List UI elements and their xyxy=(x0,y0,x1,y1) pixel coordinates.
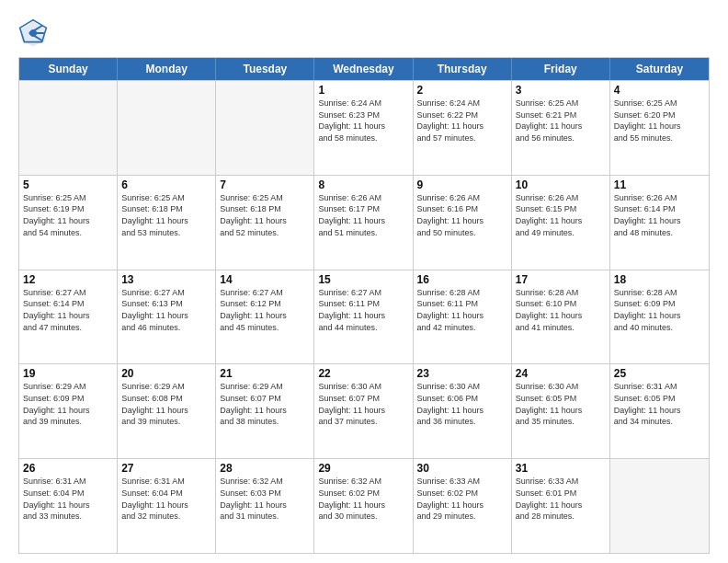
cell-text-line: Daylight: 11 hours xyxy=(516,311,606,322)
day-cell-22: 22Sunrise: 6:30 AMSunset: 6:07 PMDayligh… xyxy=(314,364,413,458)
day-cell-26: 26Sunrise: 6:31 AMSunset: 6:04 PMDayligh… xyxy=(19,459,118,553)
cell-text-line: and 37 minutes. xyxy=(318,417,408,428)
day-cell-27: 27Sunrise: 6:31 AMSunset: 6:04 PMDayligh… xyxy=(118,459,216,553)
cell-text-line: Daylight: 11 hours xyxy=(220,406,310,417)
cell-text-line: Sunrise: 6:30 AM xyxy=(516,382,606,393)
cell-text-line: and 49 minutes. xyxy=(516,228,606,239)
cell-text-line: Sunrise: 6:30 AM xyxy=(417,382,507,393)
cell-text-line: Sunset: 6:18 PM xyxy=(121,204,211,215)
day-cell-21: 21Sunrise: 6:29 AMSunset: 6:07 PMDayligh… xyxy=(216,364,314,458)
cell-text-line: Sunset: 6:23 PM xyxy=(318,110,408,121)
cell-text-line: and 28 minutes. xyxy=(516,511,606,523)
day-number: 25 xyxy=(614,367,705,380)
day-cell-5: 5Sunrise: 6:25 AMSunset: 6:19 PMDaylight… xyxy=(19,176,118,270)
cell-text-line: Sunrise: 6:25 AM xyxy=(516,98,606,109)
day-number: 9 xyxy=(417,178,507,191)
cell-text-line: Sunrise: 6:24 AM xyxy=(417,98,507,109)
cell-text-line: and 50 minutes. xyxy=(417,228,507,239)
cell-text-line: Sunrise: 6:33 AM xyxy=(417,477,507,488)
cell-text-line: Daylight: 11 hours xyxy=(318,500,408,511)
day-cell-1: 1Sunrise: 6:24 AMSunset: 6:23 PMDaylight… xyxy=(314,81,413,175)
cell-text-line: Sunrise: 6:25 AM xyxy=(23,193,113,204)
day-cell-24: 24Sunrise: 6:30 AMSunset: 6:05 PMDayligh… xyxy=(512,364,610,458)
cell-text-line: and 45 minutes. xyxy=(220,323,310,334)
cell-text-line: Sunset: 6:16 PM xyxy=(417,204,507,215)
day-cell-25: 25Sunrise: 6:31 AMSunset: 6:05 PMDayligh… xyxy=(610,364,709,458)
cell-text-line: Sunrise: 6:25 AM xyxy=(220,193,310,204)
cell-text-line: and 35 minutes. xyxy=(516,417,606,428)
cell-text-line: Sunset: 6:08 PM xyxy=(121,394,211,405)
cell-text-line: Daylight: 11 hours xyxy=(614,311,705,322)
day-cell-10: 10Sunrise: 6:26 AMSunset: 6:15 PMDayligh… xyxy=(512,176,610,270)
cell-text-line: Daylight: 11 hours xyxy=(417,216,507,227)
day-cell-18: 18Sunrise: 6:28 AMSunset: 6:09 PMDayligh… xyxy=(610,270,709,364)
cell-text-line: and 47 minutes. xyxy=(23,323,113,334)
cell-text-line: Sunset: 6:14 PM xyxy=(614,204,705,215)
day-cell-31: 31Sunrise: 6:33 AMSunset: 6:01 PMDayligh… xyxy=(512,459,610,553)
cell-text-line: Sunset: 6:15 PM xyxy=(516,204,606,215)
cell-text-line: and 44 minutes. xyxy=(318,323,408,334)
cell-text-line: Sunset: 6:09 PM xyxy=(23,394,113,405)
day-number: 28 xyxy=(220,462,310,475)
day-cell-20: 20Sunrise: 6:29 AMSunset: 6:08 PMDayligh… xyxy=(118,364,216,458)
day-cell-28: 28Sunrise: 6:32 AMSunset: 6:03 PMDayligh… xyxy=(216,459,314,553)
cell-text-line: and 55 minutes. xyxy=(614,133,705,144)
cell-text-line: and 38 minutes. xyxy=(220,417,310,428)
empty-cell xyxy=(118,81,216,175)
cell-text-line: Sunset: 6:12 PM xyxy=(220,299,310,310)
day-cell-13: 13Sunrise: 6:27 AMSunset: 6:13 PMDayligh… xyxy=(118,270,216,364)
cell-text-line: Daylight: 11 hours xyxy=(516,121,606,132)
cell-text-line: Sunset: 6:18 PM xyxy=(220,204,310,215)
cell-text-line: Sunset: 6:21 PM xyxy=(516,110,606,121)
cell-text-line: Daylight: 11 hours xyxy=(121,406,211,417)
cell-text-line: Daylight: 11 hours xyxy=(121,500,211,511)
day-header-sunday: Sunday xyxy=(19,58,118,80)
cell-text-line: Sunrise: 6:27 AM xyxy=(121,288,211,299)
day-cell-3: 3Sunrise: 6:25 AMSunset: 6:21 PMDaylight… xyxy=(512,81,610,175)
cell-text-line: Sunset: 6:14 PM xyxy=(23,299,113,310)
cell-text-line: Daylight: 11 hours xyxy=(318,311,408,322)
cell-text-line: Sunset: 6:10 PM xyxy=(516,299,606,310)
cell-text-line: Sunrise: 6:32 AM xyxy=(220,477,310,488)
logo-icon xyxy=(18,18,48,48)
cell-text-line: Sunrise: 6:24 AM xyxy=(318,98,408,109)
cell-text-line: Sunset: 6:20 PM xyxy=(614,110,705,121)
cell-text-line: and 36 minutes. xyxy=(417,417,507,428)
cell-text-line: and 30 minutes. xyxy=(318,511,408,523)
cell-text-line: Daylight: 11 hours xyxy=(318,121,408,132)
cell-text-line: Sunset: 6:07 PM xyxy=(220,394,310,405)
cell-text-line: and 56 minutes. xyxy=(516,133,606,144)
cell-text-line: Sunset: 6:05 PM xyxy=(614,394,705,405)
day-cell-19: 19Sunrise: 6:29 AMSunset: 6:09 PMDayligh… xyxy=(19,364,118,458)
cell-text-line: Sunset: 6:22 PM xyxy=(417,110,507,121)
day-cell-30: 30Sunrise: 6:33 AMSunset: 6:02 PMDayligh… xyxy=(414,459,512,553)
cell-text-line: Daylight: 11 hours xyxy=(318,216,408,227)
cell-text-line: Sunset: 6:19 PM xyxy=(23,204,113,215)
cell-text-line: Daylight: 11 hours xyxy=(121,311,211,322)
cell-text-line: Sunset: 6:03 PM xyxy=(220,488,310,500)
day-number: 16 xyxy=(417,273,507,286)
cell-text-line: Sunrise: 6:28 AM xyxy=(516,288,606,299)
cell-text-line: Sunset: 6:17 PM xyxy=(318,204,408,215)
cell-text-line: and 57 minutes. xyxy=(417,133,507,144)
cell-text-line: Sunset: 6:13 PM xyxy=(121,299,211,310)
day-cell-8: 8Sunrise: 6:26 AMSunset: 6:17 PMDaylight… xyxy=(314,176,413,270)
day-number: 26 xyxy=(23,462,113,475)
day-header-thursday: Thursday xyxy=(414,58,512,80)
day-cell-16: 16Sunrise: 6:28 AMSunset: 6:11 PMDayligh… xyxy=(414,270,512,364)
cell-text-line: and 53 minutes. xyxy=(121,228,211,239)
cell-text-line: and 39 minutes. xyxy=(23,417,113,428)
calendar-header: SundayMondayTuesdayWednesdayThursdayFrid… xyxy=(19,58,709,80)
day-number: 12 xyxy=(23,273,113,286)
day-cell-11: 11Sunrise: 6:26 AMSunset: 6:14 PMDayligh… xyxy=(610,176,709,270)
day-number: 22 xyxy=(318,367,408,380)
header xyxy=(18,18,710,48)
cell-text-line: Sunset: 6:04 PM xyxy=(23,488,113,500)
day-cell-15: 15Sunrise: 6:27 AMSunset: 6:11 PMDayligh… xyxy=(314,270,413,364)
calendar-row-1: 1Sunrise: 6:24 AMSunset: 6:23 PMDaylight… xyxy=(19,80,709,175)
day-number: 14 xyxy=(220,273,310,286)
cell-text-line: and 29 minutes. xyxy=(417,511,507,523)
cell-text-line: Daylight: 11 hours xyxy=(220,311,310,322)
cell-text-line: Daylight: 11 hours xyxy=(417,121,507,132)
cell-text-line: Daylight: 11 hours xyxy=(614,406,705,417)
